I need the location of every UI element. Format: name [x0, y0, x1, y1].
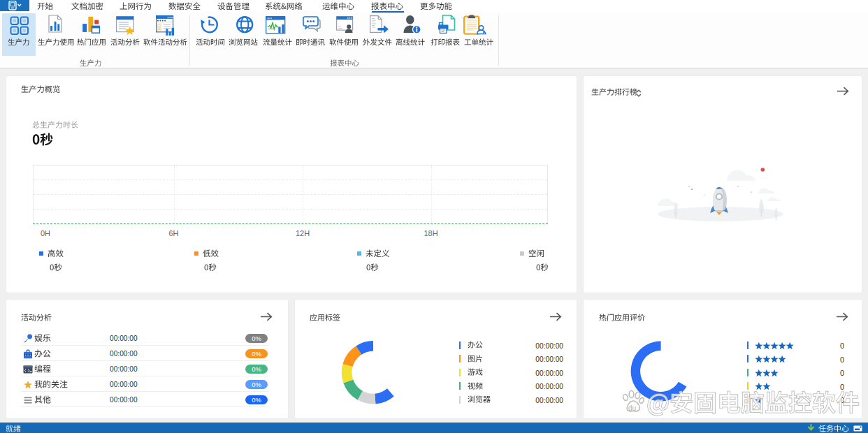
svg-text:du: du [628, 404, 636, 412]
